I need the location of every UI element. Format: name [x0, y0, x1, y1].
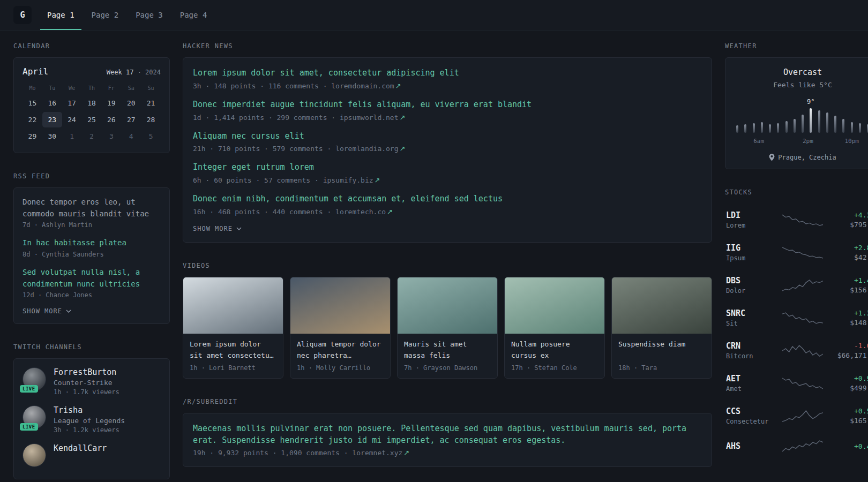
video-meta: 17h · Stefan Cole: [511, 364, 598, 372]
stock-row[interactable]: DBS Dolor +1.42% $156.28: [725, 269, 868, 302]
rss-item-link[interactable]: In hac habitasse platea: [23, 237, 161, 249]
hn-item-domain-link[interactable]: ipsumworld.net↗: [340, 114, 405, 122]
show-more-label: SHOW MORE: [193, 225, 233, 232]
show-more-label: SHOW MORE: [23, 307, 62, 315]
hn-item-link[interactable]: Lorem ipsum dolor sit amet, consectetur …: [193, 67, 702, 79]
hacker-news-section: HACKER NEWS Lorem ipsum dolor sit amet, …: [183, 42, 712, 243]
calendar-day[interactable]: 24: [62, 112, 82, 127]
weather-bar: [794, 119, 796, 133]
stock-identity: CCS Consectetur: [726, 406, 773, 425]
video-card[interactable]: Suspendisse diam 18h · Tara: [611, 277, 712, 379]
stock-row[interactable]: AET Amet +0.92% $499.72: [725, 367, 868, 400]
day-of-week-label: Mo: [23, 83, 42, 95]
stock-values: +0.92% $499.72: [832, 374, 868, 392]
calendar-year: 2024: [145, 69, 161, 76]
stock-row[interactable]: IIG Ipsum +2.84% $42.04: [725, 236, 868, 269]
calendar-day[interactable]: 27: [121, 112, 141, 127]
weather-peak-temperature: 9°: [807, 98, 814, 106]
weather-times: 6am2pm10pm: [736, 138, 868, 146]
video-card[interactable]: Lorem ipsum dolor sit amet consectetu… 1…: [183, 277, 283, 379]
stock-name: Bitcorn: [726, 352, 773, 360]
video-title: Nullam posuere cursus ex: [511, 339, 598, 362]
hn-item-domain-link[interactable]: loremtech.co↗: [335, 208, 393, 216]
hn-item: Integer eget rutrum lorem 6h · 60 points…: [193, 162, 702, 184]
calendar-day[interactable]: 17: [62, 95, 82, 111]
hn-item-domain-link[interactable]: loremlandia.org↗: [335, 145, 405, 153]
video-card[interactable]: Nullam posuere cursus ex 17h · Stefan Co…: [504, 277, 605, 379]
stock-row[interactable]: SNRC Sit +1.36% $148.64: [725, 302, 868, 334]
video-card[interactable]: Aliquam tempor dolor nec pharetra… 1h · …: [290, 277, 391, 379]
calendar-day[interactable]: 1: [62, 129, 82, 144]
channel-info: Trisha League of Legends 3h · 1.2k viewe…: [54, 405, 125, 434]
day-of-week-label: Fr: [101, 83, 121, 95]
subreddit-section-title: /R/SUBREDDIT: [183, 398, 712, 405]
video-card[interactable]: Mauris sit amet massa felis 7h · Grayson…: [397, 277, 498, 379]
calendar-day[interactable]: 18: [82, 95, 102, 111]
calendar-day[interactable]: 20: [121, 95, 141, 111]
stock-values: +0.51% $165.84: [832, 407, 868, 425]
calendar-day[interactable]: 23: [42, 112, 62, 127]
calendar-day[interactable]: 15: [23, 95, 42, 111]
hn-item-link[interactable]: Donec imperdiet augue tincidunt felis al…: [193, 99, 702, 111]
calendar-day[interactable]: 26: [101, 112, 121, 127]
stock-identity: LDI Lorem: [726, 210, 773, 229]
stock-change: +4.35%: [832, 211, 868, 219]
stock-row[interactable]: AHS +0.46%: [725, 432, 868, 460]
twitch-channel-row[interactable]: LIVE ForrestBurton Counter-Strike 1h · 1…: [23, 367, 161, 396]
twitch-channel-row[interactable]: KendallCarr: [23, 443, 161, 467]
video-thumbnail: [612, 277, 712, 334]
rss-show-more-button[interactable]: SHOW MORE: [23, 307, 71, 315]
calendar-day[interactable]: 25: [82, 112, 102, 127]
calendar-day[interactable]: 30: [42, 129, 62, 144]
stock-identity: CRN Bitcorn: [726, 341, 773, 360]
weather-location: Prague, Czechia: [734, 154, 868, 161]
calendar-day[interactable]: 22: [23, 112, 42, 127]
calendar-day[interactable]: 28: [141, 112, 161, 127]
video-card-body: Lorem ipsum dolor sit amet consectetu… 1…: [183, 334, 283, 378]
calendar-day[interactable]: 16: [42, 95, 62, 111]
calendar-day[interactable]: 19: [101, 95, 121, 111]
weather-bar: [851, 122, 853, 133]
rss-item-link[interactable]: Sed volutpat nulla nisl, a condimentum n…: [23, 267, 161, 290]
calendar-day[interactable]: 2: [82, 129, 102, 144]
calendar-day[interactable]: 3: [101, 129, 121, 144]
hn-item-stats: 16h · 468 points · 440 comments ·: [193, 208, 335, 216]
hn-item-link[interactable]: Donec enim nibh, condimentum et accumsan…: [193, 193, 702, 205]
calendar-day[interactable]: 21: [141, 95, 161, 111]
stock-row[interactable]: CCS Consectetur +0.51% $165.84: [725, 400, 868, 432]
external-link-icon: ↗: [387, 208, 393, 216]
stock-row[interactable]: CRN Bitcorn -1.00% $66,171.48: [725, 334, 868, 367]
stock-identity: IIG Ipsum: [726, 243, 773, 262]
rss-item-meta: 7d · Ashlyn Martin: [23, 221, 161, 229]
calendar-day[interactable]: 5: [141, 129, 161, 144]
calendar-day[interactable]: 4: [121, 129, 141, 144]
calendar-day[interactable]: 29: [23, 129, 42, 144]
page-tab[interactable]: Page 3: [129, 0, 170, 30]
hn-item: Donec imperdiet augue tincidunt felis al…: [193, 99, 702, 122]
reddit-post-stats: 19h · 9,932 points · 1,090 comments ·: [193, 449, 352, 457]
rss-item-meta: 12d · Chance Jones: [23, 291, 161, 299]
reddit-post-link[interactable]: Maecenas mollis pulvinar erat non posuer…: [193, 423, 702, 447]
hn-item-link[interactable]: Integer eget rutrum lorem: [193, 162, 702, 174]
hn-show-more-button[interactable]: SHOW MORE: [193, 225, 242, 232]
page-tab[interactable]: Page 1: [40, 0, 81, 30]
stock-name: Ipsum: [726, 254, 773, 262]
weather-bar: [761, 122, 763, 133]
twitch-channel-row[interactable]: LIVE Trisha League of Legends 3h · 1.2k …: [23, 405, 161, 434]
rss-item-link[interactable]: Donec tempor eros leo, ut commodo mauris…: [23, 197, 161, 220]
stock-values: +4.35% $795.18: [832, 211, 868, 229]
stock-row[interactable]: LDI Lorem +4.35% $795.18: [725, 204, 868, 236]
stock-symbol: AET: [726, 374, 773, 383]
reddit-post-domain-link[interactable]: loremnet.xyz↗: [352, 449, 409, 457]
calendar-week-year: Week 17 · 2024: [107, 69, 161, 76]
hn-item-domain-link[interactable]: ipsumify.biz↗: [323, 176, 380, 184]
page-tabs: Page 1 Page 2 Page 3 Page 4: [40, 0, 214, 30]
hn-item-domain-link[interactable]: loremdomain.com↗: [331, 82, 401, 90]
app-logo[interactable]: G: [13, 6, 32, 24]
page-tab[interactable]: Page 4: [173, 0, 214, 30]
page-tab[interactable]: Page 2: [85, 0, 126, 30]
weather-bar: 9°: [810, 108, 812, 133]
stock-sparkline: [782, 311, 823, 325]
channel-game: Counter-Strike: [54, 379, 119, 387]
hn-item-link[interactable]: Aliquam nec cursus elit: [193, 131, 702, 142]
